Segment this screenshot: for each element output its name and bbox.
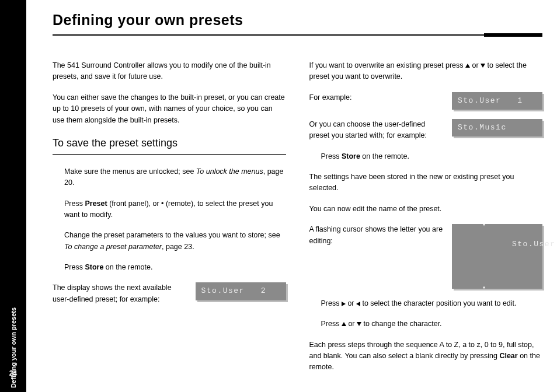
user-defined-text: Or you can choose the user-defined prese… <box>309 119 445 142</box>
lcd-sto-music: Sto.Music <box>452 119 542 136</box>
down-arrow-icon <box>357 322 361 326</box>
edit-name-text: You can now edit the name of the preset. <box>309 204 543 215</box>
page-number: 24 <box>0 369 26 377</box>
lcd-sto-user-cursor: Sto.User 2 ▾ ▴ <box>452 224 542 289</box>
page-content: Defining your own presets The 541 Surrou… <box>53 12 542 383</box>
settings-stored-text: The settings have been stored in the new… <box>309 172 543 194</box>
display-next-available-text: The display shows the next available use… <box>53 282 189 305</box>
two-columns: The 541 Surround Controller allows you t… <box>53 60 542 383</box>
sidebar: Defining your own presets 24 <box>0 0 26 392</box>
step-change-character: Press or to change the character. <box>309 318 543 330</box>
step-unlock-menus: Make sure the menus are unlocked; see To… <box>53 166 286 189</box>
lcd-sto-user-1: Sto.User 1 <box>452 92 542 110</box>
overwrite-instruction: If you want to overwrite an existing pre… <box>309 60 543 83</box>
cursor-bottom-icon: ▴ <box>482 285 487 290</box>
left-column: The 541 Surround Controller allows you t… <box>53 60 286 383</box>
title-rule <box>53 33 542 37</box>
step-press-store-2: Press Store on the remote. <box>309 151 543 162</box>
right-arrow-icon <box>342 302 346 306</box>
left-arrow-icon <box>356 302 360 306</box>
right-column: If you want to overwrite an existing pre… <box>309 60 543 383</box>
step-press-store: Press Store on the remote. <box>53 262 286 273</box>
page-title: Defining your own presets <box>53 12 542 29</box>
step-change-parameters: Change the preset parameters to the valu… <box>53 230 286 253</box>
intro-paragraph-1: The 541 Surround Controller allows you t… <box>53 60 286 83</box>
for-example-text: For example: <box>309 92 445 103</box>
cursor-top-icon: ▾ <box>482 222 487 228</box>
up-arrow-icon <box>465 64 470 68</box>
intro-paragraph-2: You can either save the changes to the b… <box>53 92 286 126</box>
display-next-available-row: The display shows the next available use… <box>53 282 286 305</box>
flashing-cursor-text: A flashing cursor shows the letter you a… <box>309 224 445 247</box>
sequence-text: Each press steps through the sequence A … <box>309 340 543 373</box>
lcd-sto-user-2: Sto.User 2 <box>196 282 286 300</box>
down-arrow-icon <box>481 64 485 68</box>
flashing-cursor-row: A flashing cursor shows the letter you a… <box>309 224 543 289</box>
subheading-save-preset: To save the preset settings <box>53 135 286 155</box>
up-arrow-icon <box>342 322 346 326</box>
for-example-row: For example: Sto.User 1 <box>309 92 543 110</box>
step-select-char-position: Press or to select the character positio… <box>309 298 543 309</box>
user-defined-row: Or you can choose the user-defined prese… <box>309 119 543 142</box>
step-press-preset: Press Preset (front panel), or • (remote… <box>53 198 286 221</box>
